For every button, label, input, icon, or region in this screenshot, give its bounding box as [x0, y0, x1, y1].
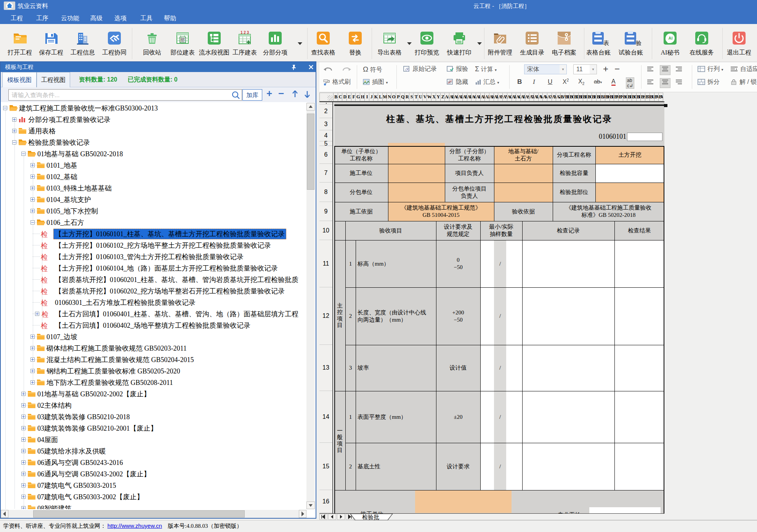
svg-text:部: 部: [180, 37, 185, 43]
svg-text:AI: AI: [669, 36, 673, 40]
